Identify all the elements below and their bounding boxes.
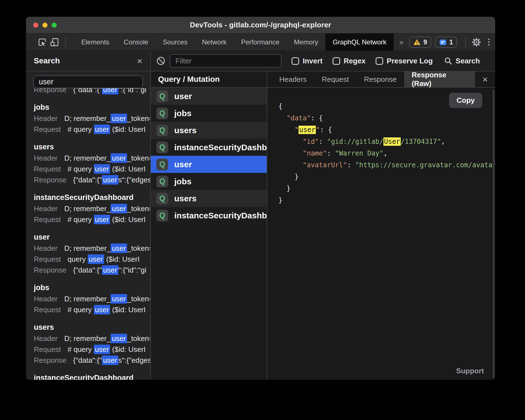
query-item-user[interactable]: Quser [151,156,267,173]
search-input[interactable] [33,75,143,88]
inspect-element-button[interactable] [36,36,48,48]
result-field-label: Response [34,266,66,274]
clear-button[interactable] [154,54,168,68]
search-toggle-button[interactable]: Search [444,57,480,65]
result-field-value: # query user ($id: UserI [68,345,146,354]
close-detail-button[interactable]: × [475,71,495,87]
search-result-row[interactable]: Response{"data":{"users":{"edges [34,355,150,366]
detail-tab-headers[interactable]: Headers [272,71,314,87]
json-line: } [278,194,490,206]
search-result-row[interactable]: Request# query user ($id: UserI [34,214,150,225]
settings-button[interactable] [470,36,483,48]
query-item-instancesecuritydashboard[interactable]: QinstanceSecurityDashboard [151,207,267,224]
checkbox-box [376,57,383,65]
highlighted-match: user [102,265,118,275]
main-content: Search × Response{"data":{"user":{"id":"… [26,51,495,380]
search-result-row[interactable]: HeaderD; remember_user_token=e [34,293,150,304]
checkbox-invert[interactable]: Invert [292,57,323,65]
search-result-row[interactable]: Response{"data":{"user":{"id":"gi [34,265,150,276]
warnings-badge[interactable]: 9 [409,37,431,48]
result-field-label: Header [34,114,58,123]
filter-input[interactable] [170,54,281,68]
json-line: } [278,171,490,183]
result-field-value: query user ($id: UserI [68,254,140,264]
toolbar-tab-performance[interactable]: Performance [234,34,287,51]
query-type-badge: Q [156,142,168,153]
menu-button[interactable] [483,36,495,48]
result-text-segment: D; remember_ [64,244,111,252]
search-results-list: Response{"data":{"user":{"id":"gijobsHea… [26,88,150,380]
toolbar-tab-elements[interactable]: Elements [74,34,116,51]
checkbox-box [333,57,340,65]
search-result-row[interactable]: Requestquery user ($id: UserI [34,254,150,265]
result-text-segment: ":{"id":"gi [118,266,147,274]
search-result-row[interactable]: Request# query user ($id: UserI [34,164,150,175]
toolbar-tab-network[interactable]: Network [195,34,234,51]
query-item-jobs[interactable]: Qjobs [151,173,267,190]
search-result-row[interactable]: HeaderD; remember_user_token=e [34,243,150,254]
detail-scrollbar[interactable] [493,89,495,378]
window-title: DevTools - gitlab.com/-/graphql-explorer [26,21,495,29]
toolbar-tab-console[interactable]: Console [116,34,156,51]
query-type-badge: Q [156,193,168,204]
json-token: "avatarUrl" [303,161,347,169]
query-panel-title: Query / Mutation [151,71,267,88]
detail-tab-response[interactable]: Response [356,71,404,87]
query-item-instancesecuritydashboard[interactable]: QinstanceSecurityDashboard [151,139,267,156]
json-line: "name": "Warren Day", [278,147,490,159]
search-result-row[interactable]: HeaderD; remember_user_token=e [34,203,150,214]
query-item-label: jobs [174,109,192,118]
search-result-row[interactable]: HeaderD; remember_user_token=e [34,333,150,344]
json-token: } [295,173,299,181]
checkbox-regex[interactable]: Regex [333,57,366,65]
copy-button[interactable]: Copy [449,93,482,108]
search-panel: Search × Response{"data":{"user":{"id":"… [26,51,151,380]
result-text-segment: s":{"edges [118,356,150,364]
query-type-badge: Q [156,210,168,221]
device-toolbar-button[interactable] [48,36,61,48]
result-field-label: Request [34,165,61,173]
chevron-double-right-icon: » [399,38,404,47]
checkbox-label: Preserve Log [387,57,433,65]
search-result-row[interactable]: Request# query user ($id: UserI [34,344,150,355]
search-result-row[interactable]: Request# query user ($id: UserI [34,124,150,135]
zoom-button[interactable] [52,23,57,28]
query-list: QuserQjobsQusersQinstanceSecurityDashboa… [151,88,267,380]
toolbar-tab-graphql-network[interactable]: GraphQL Network [325,34,394,51]
gear-icon [472,37,481,47]
checkbox-preserve-log[interactable]: Preserve Log [376,57,433,65]
highlighted-match: user [94,345,110,354]
result-field-value: D; remember_user_token=e [64,204,150,213]
search-result-row[interactable]: HeaderD; remember_user_token=e [34,113,150,124]
result-text-segment: {"data":{" [73,88,102,94]
result-text-segment: query [68,255,88,263]
query-item-users[interactable]: Qusers [151,190,267,207]
search-result-row[interactable]: Response{"data":{"users":{"edges [34,175,150,185]
kebab-icon-dot [488,41,490,43]
search-result-row[interactable]: Response{"data":{"user":{"id":"gi [34,88,150,95]
query-item-user[interactable]: Quser [151,88,267,105]
result-field-label: Header [34,295,58,303]
result-text-segment: ":{"id":"gi [118,88,147,94]
checkbox-box [292,57,299,65]
messages-badge[interactable]: 1 [435,37,457,48]
detail-tab-request[interactable]: Request [314,71,356,87]
query-item-users[interactable]: Qusers [151,122,267,139]
detail-tab-response-raw[interactable]: Response (Raw) [404,71,475,87]
traffic-lights [33,17,57,33]
more-tabs-button[interactable]: » [394,38,409,47]
close-button[interactable] [33,23,38,28]
support-link[interactable]: Support [456,367,484,375]
minimize-button[interactable] [42,23,47,28]
search-result-row[interactable]: Request# query user ($id: UserI [34,304,150,315]
highlighted-match: user [94,164,110,174]
close-search-button[interactable]: × [137,56,142,66]
query-item-jobs[interactable]: Qjobs [151,105,267,122]
result-text-segment: ($id: UserI [110,215,145,224]
search-result-row[interactable]: HeaderD; remember_user_token=e [34,153,150,164]
result-text-segment: _token=e [127,114,150,123]
toolbar-tab-sources[interactable]: Sources [156,34,195,51]
desktop-background: DevTools - gitlab.com/-/graphql-explorer… [0,0,525,420]
toolbar-tab-memory[interactable]: Memory [287,34,326,51]
result-field-label: Request [34,125,61,133]
